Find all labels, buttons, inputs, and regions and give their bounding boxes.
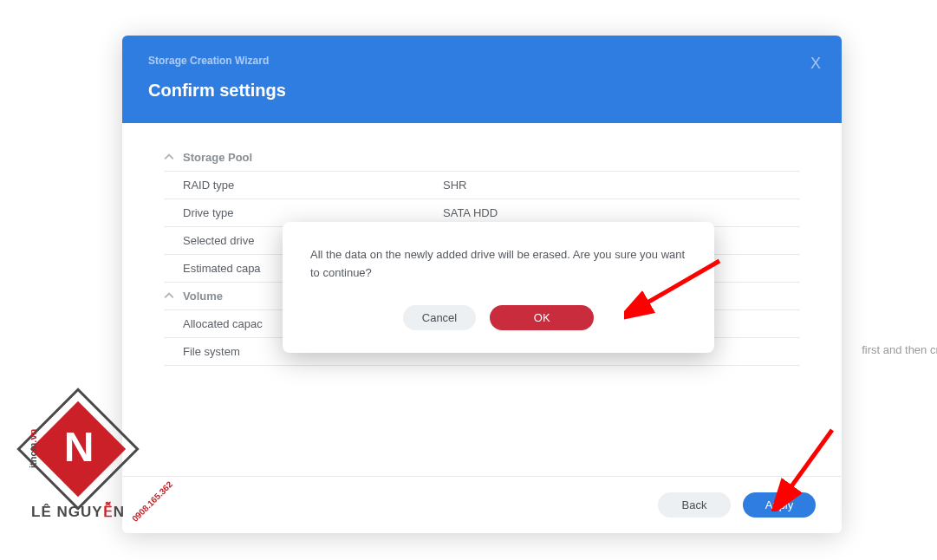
section-label: Storage Pool: [183, 151, 252, 164]
wizard-footer: Back Apply: [122, 476, 842, 533]
row-key: Drive type: [183, 206, 443, 219]
background-hint-text: first and then cre: [862, 343, 937, 356]
cancel-button[interactable]: Cancel: [403, 305, 476, 330]
table-row: RAID type SHR: [164, 172, 800, 199]
close-icon[interactable]: X: [810, 55, 821, 73]
wizard-header: Storage Creation Wizard Confirm settings…: [122, 36, 842, 123]
apply-button[interactable]: Apply: [743, 492, 816, 518]
logo-graphic: N ithcm.vn 0908.165.362: [26, 397, 130, 501]
wizard-subtitle: Storage Creation Wizard: [148, 55, 816, 67]
confirm-erase-dialog: All the data on the newly added drive wi…: [283, 222, 714, 353]
row-key: RAID type: [183, 179, 443, 192]
watermark-logo: N ithcm.vn 0908.165.362 LÊ NGUYỄN: [16, 397, 140, 521]
ok-button[interactable]: OK: [490, 305, 594, 330]
dialog-button-row: Cancel OK: [310, 305, 686, 330]
row-val: SATA HDD: [443, 206, 800, 219]
logo-letter: N: [64, 423, 93, 471]
chevron-up-icon: [164, 290, 176, 303]
wizard-title: Confirm settings: [148, 81, 816, 101]
logo-side-text: ithcm.vn: [28, 429, 38, 468]
section-label: Volume: [183, 290, 223, 303]
dialog-message: All the data on the newly added drive wi…: [310, 246, 686, 283]
chevron-up-icon: [164, 152, 176, 164]
row-val: SHR: [443, 179, 800, 192]
section-storage-pool[interactable]: Storage Pool: [164, 144, 800, 172]
back-button[interactable]: Back: [658, 492, 731, 518]
